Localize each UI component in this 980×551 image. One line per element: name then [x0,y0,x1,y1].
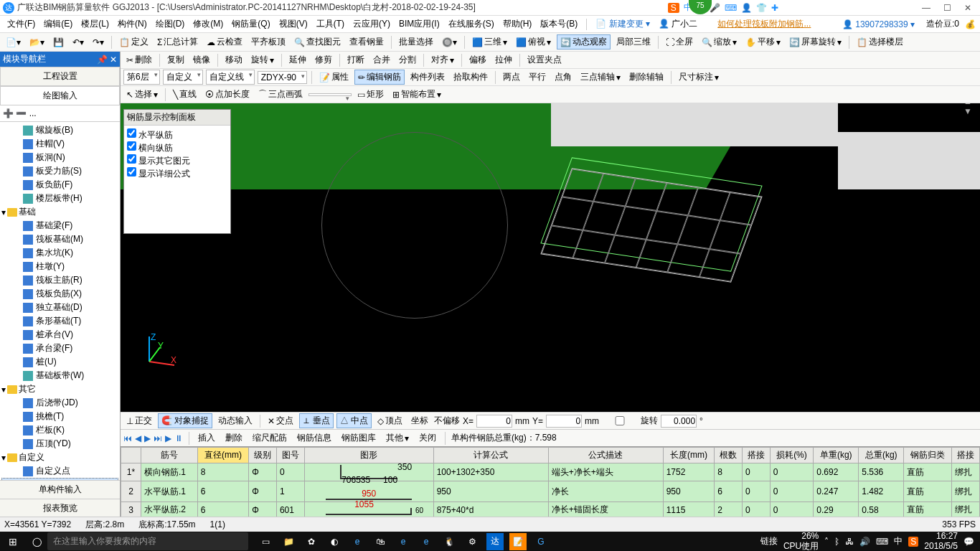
ime-i2[interactable]: ⌨ [725,3,737,13]
copy-button[interactable]: 复制 [164,53,187,67]
arc-dropdown[interactable] [308,93,352,96]
menu-version[interactable]: 版本号(B) [537,17,580,32]
col-cls[interactable]: 钢筋归类 [904,448,952,463]
kb-icon[interactable]: ⌨ [876,537,888,547]
define-button[interactable]: 📋 定义 [116,35,151,49]
comp-list-button[interactable]: 构件列表 [407,70,448,84]
minimize-button[interactable]: — [922,3,930,13]
x-input[interactable] [476,415,512,428]
menu-help[interactable]: 帮助(H) [500,17,535,32]
menu-floor[interactable]: 楼层(L) [78,17,112,32]
tree-item[interactable]: 螺旋板(B) [1,123,118,137]
col-dia[interactable]: 直径(mm) [197,448,249,463]
osnap-toggle[interactable]: 🧲 对象捕捉 [158,413,212,428]
sogou-tray-icon[interactable]: S [908,537,918,547]
trim-button[interactable]: 修剪 [312,53,335,67]
tree-item[interactable]: 楼层板带(H) [1,192,118,205]
tree-item[interactable]: 承台梁(F) [1,342,118,355]
ime-s-icon[interactable]: S [668,3,679,13]
edge-icon-old[interactable]: e [349,533,366,550]
align-top-button[interactable]: 平齐板顶 [248,35,288,49]
tree-item[interactable]: 栏板(K) [1,423,118,437]
col-formula[interactable]: 计算公式 [433,448,548,463]
close-button[interactable]: ✕ [964,3,971,13]
app-icon-2[interactable]: ◐ [326,533,343,550]
chk-other[interactable]: 显示其它图元 [127,154,227,167]
find-elem-button[interactable]: 🔍 查找图元 [291,35,344,49]
break-button[interactable]: 打断 [344,53,367,67]
floor-dropdown[interactable]: 第6层 [123,70,160,85]
tree-item[interactable]: 板洞(N) [1,151,118,164]
ime-tray[interactable]: 中 [894,535,903,547]
rot-input[interactable] [661,415,697,428]
col-uw[interactable]: 单重(kg) [814,448,859,463]
snap-coord[interactable]: 坐标 [408,414,431,428]
toggle-button[interactable]: 🔘▾ [439,37,460,48]
rebar-display-panel[interactable]: 钢筋显示控制面板 水平纵筋 横向纵筋 显示其它图元 显示详细公式 [123,109,231,234]
align-button[interactable]: 对齐▾ [428,53,457,67]
sum-button[interactable]: Σ 汇总计算 [154,35,201,49]
menu-component[interactable]: 构件(N) [115,17,150,32]
ime-bar[interactable]: S 中 ☺ 🎤 ⌨ 👤 👕 ✚ [668,1,778,14]
tab-report-preview[interactable]: 报表预览 [0,499,120,518]
batch-select-button[interactable]: 批量选择 [396,35,436,49]
ortho-toggle[interactable]: ⊥ 正交 [123,414,155,428]
ime-i5[interactable]: ✚ [771,3,778,13]
cortana-icon[interactable]: ◯ [26,537,47,547]
tree-item[interactable]: 桩承台(V) [1,328,118,342]
explorer-icon[interactable]: 📁 [280,533,297,550]
tree-item[interactable]: 独立基础(D) [1,301,118,314]
fullscreen-button[interactable]: ⛶ 全屏 [663,35,696,49]
nav-tree[interactable]: 螺旋板(B) 柱帽(V) 板洞(N) 板受力筋(S) 板负筋(F) 楼层板带(H… [0,122,120,480]
ie-icon[interactable]: e [418,533,435,550]
rect-tool[interactable]: ▭ 矩形 [354,88,387,101]
tree-item[interactable]: 柱墩(Y) [1,260,118,273]
offset-button[interactable]: 偏移 [466,53,489,67]
scrollbar[interactable]: ▲▼ [963,103,973,116]
tree-item[interactable]: 桩(U) [1,355,118,369]
tree-group-other[interactable]: ▾ 其它 [1,382,118,396]
stretch-button[interactable]: 拉伸 [492,53,515,67]
parallel-button[interactable]: 平行 [526,70,549,84]
chk-formula[interactable]: 显示详细公式 [127,167,227,180]
type-dropdown[interactable]: 自定义线 [206,70,255,85]
app-icon-3[interactable]: 达 [486,533,504,550]
task-view-icon[interactable]: ▭ [257,533,274,550]
app-icon-5[interactable]: G [532,533,550,550]
props-button[interactable]: 📝 属性 [316,70,352,84]
tree-toolbar[interactable]: ➕ ➖ ... [0,105,120,122]
view-rebar-button[interactable]: 查看钢量 [347,35,387,49]
menu-bim[interactable]: BIM应用(I) [396,17,443,32]
chk-v-rebar[interactable]: 横向纵筋 [127,141,227,154]
open-button[interactable]: 📂▾ [27,37,47,48]
col-cnt[interactable]: 根数 [715,448,743,463]
tray-up-icon[interactable]: ˄ [824,537,829,547]
zoom-button[interactable]: 🔍 缩放▾ [699,35,740,49]
y-input[interactable] [546,415,582,428]
table-row[interactable]: 3水平纵筋.26Φ601 105560 875+40*d净长+锚固长度11152… [121,502,980,518]
extend-button[interactable]: 延伸 [286,53,309,67]
clock[interactable]: 16:272018/5/5 [924,532,958,550]
user-small[interactable]: 👤 广小二 [656,17,700,32]
tree-item[interactable]: 压顶(YD) [1,437,118,451]
code-dropdown[interactable]: ZDYX-90 [258,71,307,84]
tab-draw-input[interactable]: 绘图输入 [0,86,120,105]
tree-item[interactable]: 基础板带(W) [1,369,118,382]
col-lap2[interactable]: 搭接 [952,448,980,463]
merge-button[interactable]: 合并 [370,53,393,67]
link-label[interactable]: 链接 [760,535,778,547]
arc-tool[interactable]: ⌒ 三点画弧 [255,88,306,101]
undo-button[interactable]: ↶▾ [70,37,87,48]
rebar-lib-button[interactable]: 钢筋图库 [339,431,379,445]
menu-tool[interactable]: 工具(T) [314,17,347,32]
menu-edit[interactable]: 编辑(E) [41,17,75,32]
pan-button[interactable]: ✋ 平移▾ [743,35,783,49]
tree-item[interactable]: 后浇带(JD) [1,396,118,410]
ime-i3[interactable]: 👤 [741,3,752,13]
save-button[interactable]: 💾 [50,37,67,48]
tree-item[interactable]: 自定义点 [1,464,118,478]
move-button[interactable]: 移动 [222,53,245,67]
rebar-info-button[interactable]: 钢筋信息 [294,431,334,445]
split-button[interactable]: 分割 [396,53,419,67]
menu-modify[interactable]: 修改(M) [190,17,226,32]
